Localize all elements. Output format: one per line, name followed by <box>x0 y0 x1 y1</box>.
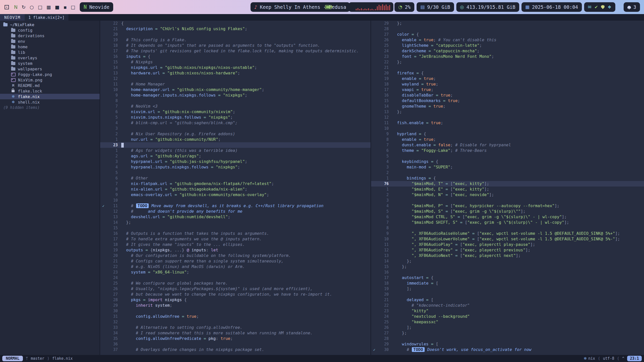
code-line[interactable]: 18 # It depends on "inputs" that are pas… <box>100 43 371 48</box>
code-line[interactable]: 15 }; <box>371 264 644 269</box>
code-line[interactable]: 26 ]; <box>371 325 644 330</box>
mail-icon[interactable]: ✉ <box>588 5 591 9</box>
code-line[interactable]: 9 hyprland = { <box>371 131 644 137</box>
code-line[interactable]: 10 <box>371 126 644 131</box>
code-line[interactable]: 14 }; <box>100 220 371 225</box>
launcher-icon[interactable]: ⊡ <box>4 3 10 11</box>
code-line[interactable]: 9 emacs-overlay.url = "github:nix-commun… <box>100 192 371 198</box>
code-line[interactable]: 3 main-mod = "SUPER"; <box>371 164 644 170</box>
code-line[interactable]: 30 <box>100 308 371 314</box>
code-line[interactable]: ✓11 # TODO Move away from devshell, as i… <box>100 203 371 209</box>
code-line[interactable]: 17 # To handle extra arguments we use th… <box>100 236 371 242</box>
workspace-icon[interactable]: ○ <box>30 4 34 10</box>
code-line[interactable]: 10 home-manager.url = "github:nix-commun… <box>100 87 371 93</box>
cpu-widget[interactable]: ◔2% <box>394 2 414 12</box>
workspace-icon[interactable]: □ <box>38 4 43 10</box>
code-line[interactable]: 23 system = "x86_64-linux"; <box>100 269 371 275</box>
tab-buffer-1[interactable]: 1 flake.nix[2+] <box>25 14 68 21</box>
code-line[interactable]: 4 # blink-cmp.url = "github:saghen/blink… <box>100 120 371 126</box>
tree-item-Foggy-Lake.png[interactable]: Foggy-Lake.png <box>0 72 100 77</box>
code-line[interactable]: 34 # I read somewhere that this is more … <box>100 330 371 336</box>
code-line[interactable]: 8 enable = true; <box>371 137 644 142</box>
code-line[interactable]: 9 ", XF86AudioRaiseVolume" = ["exec, wpc… <box>371 231 644 236</box>
tree-item-flake.nix[interactable]: ❄flake.nix <box>0 94 100 99</box>
tree-item-system[interactable]: system <box>0 61 100 66</box>
code-line[interactable]: 24 <box>100 275 371 281</box>
code-line[interactable]: 6 theme = "Foggy-Lake"; # Three-Bears <box>371 148 644 153</box>
tab-file-explorer[interactable]: NEOVIM <box>0 14 25 21</box>
code-line[interactable]: 25 # We configure our global packages he… <box>100 281 371 286</box>
code-line[interactable]: 14 }; <box>371 258 644 264</box>
code-line[interactable]: 5 <box>100 170 371 175</box>
code-line[interactable]: 3 <box>371 198 644 203</box>
code-line[interactable]: 16 <box>371 269 644 275</box>
code-line[interactable]: 25 "keepassxc" <box>371 319 644 325</box>
code-line[interactable]: 21 <box>371 65 644 70</box>
code-line[interactable]: 19 outputs = {nixpkgs, ...} @ inputs: le… <box>100 247 371 253</box>
workspace-icon[interactable]: ■ <box>55 4 59 10</box>
code-line[interactable]: 14 nixpkgs.url = "github:nixos/nixpkgs/n… <box>100 65 371 70</box>
code-line[interactable]: 16 # Outputs is a function that takes th… <box>100 231 371 236</box>
code-line[interactable]: 6 # Other <box>100 175 371 181</box>
code-line[interactable]: 22 # "kdeconnect-indicator" <box>371 303 644 308</box>
music-widget[interactable]: ♪ Keep Shelly In Athens - Medusa <box>251 2 350 12</box>
tree-item-lib[interactable]: lib <box>0 50 100 55</box>
tree-item-wallpapers[interactable]: wallpapers <box>0 66 100 72</box>
code-line[interactable]: 2 <box>371 170 644 175</box>
code-line[interactable]: 27 }; <box>371 330 644 336</box>
code-line[interactable]: 12 ", XF86AudioPrev" = ["exec, playerctl… <box>371 247 644 253</box>
code-line[interactable]: 15 defaultBookmarks = true; <box>371 98 644 104</box>
notifications-widget[interactable]: 3 <box>624 2 640 12</box>
code-line[interactable]: 2 # Nix User Repository (e.g. Firefox ad… <box>100 131 371 137</box>
tree-root[interactable]: ~/NixFlake <box>0 22 100 27</box>
code-line[interactable]: 13 devshell.url = "github:numtide/devshe… <box>100 214 371 220</box>
code-line[interactable]: 33 # Alternative to setting config.allow… <box>100 325 371 330</box>
code-line[interactable]: 16 disableTabBar = true; <box>371 93 644 98</box>
code-line[interactable]: 11 # Home Manager <box>100 81 371 87</box>
code-line[interactable]: 13 }; <box>371 109 644 115</box>
code-line[interactable]: 28 <box>371 26 644 32</box>
code-line[interactable]: 20 <box>371 292 644 297</box>
code-line[interactable]: 4 keybindings = { <box>371 159 644 164</box>
code-line[interactable]: 35 config.allowUnfreePredicate = pkg: tr… <box>100 336 371 341</box>
code-line[interactable]: 1 nur.url = "github:nix-community/NUR"; <box>100 137 371 142</box>
code-line[interactable]: 8 <box>100 98 371 104</box>
code-line[interactable]: 12 # and doesn't provide any benefits fo… <box>100 209 371 214</box>
code-line[interactable]: 12 <box>100 76 371 81</box>
code-line[interactable]: 21 description = "ChUrl's NixOS config u… <box>100 26 371 32</box>
code-line[interactable]: 17 vaapi = true; <box>371 87 644 93</box>
disk-widget[interactable]: ◎413.19/915.81 GiB <box>456 2 519 12</box>
code-line[interactable]: 18 # It gives the name "inputs" to the .… <box>100 242 371 247</box>
code-line[interactable]: 27 # but because we want to change the n… <box>100 292 371 297</box>
tree-item-flake.lock[interactable]: flake.lock <box>0 88 100 94</box>
code-line[interactable]: ✓30 # TODO Doesn't work, use focus_on_ac… <box>371 347 644 352</box>
code-line[interactable]: 17 # The inputs' git revisions get locke… <box>100 48 371 54</box>
code-line[interactable]: 22{ <box>100 21 371 26</box>
code-line[interactable]: 19 # This config is a Flake. <box>100 37 371 43</box>
code-line[interactable]: 4 "$mainMod, P" = ["exec, hyprpicker --a… <box>371 203 644 209</box>
code-line[interactable]: 21 delayed = [ <box>371 297 644 303</box>
workspace-icon[interactable]: N <box>14 4 18 10</box>
code-line[interactable]: 20 <box>100 32 371 37</box>
code-line[interactable]: 6 "$mainMod CTRL, S" = ["exec, grim -g \… <box>371 214 644 220</box>
code-line[interactable]: 20 firefox = { <box>371 70 644 76</box>
code-line[interactable]: 37 # Overlays define changes in the nixp… <box>100 347 371 352</box>
code-line[interactable]: 22 }; <box>371 59 644 65</box>
workspace-icon[interactable]: ▦ <box>46 4 51 10</box>
code-line[interactable]: 8 <box>371 225 644 231</box>
tree-item-env[interactable]: env <box>0 38 100 44</box>
code-line[interactable]: 3 hyprpanel.url = "github:jas-singhfsu/h… <box>100 159 371 164</box>
code-line[interactable]: 24 "nextcloud --background" <box>371 314 644 319</box>
workspace-icon[interactable]: ▪ <box>63 4 67 10</box>
code-line[interactable]: 31 config.allowUnfree = true; <box>100 314 371 319</box>
tree-item-NixVim.png[interactable]: NixVim.png <box>0 77 100 83</box>
workspace-icon[interactable]: ↻ <box>22 4 26 10</box>
code-line[interactable]: 19 enable = true; <box>371 76 644 81</box>
code-line[interactable]: 9 home-manager.inputs.nixpkgs.follows = … <box>100 93 371 98</box>
code-line[interactable]: 1 bindings = { <box>371 175 644 181</box>
code-line[interactable]: 2 ags.url = "github:Aylur/ags"; <box>100 153 371 159</box>
code-line[interactable]: 11 ", XF86AudioPlay" = ["exec, playerctl… <box>371 242 644 247</box>
sync-check-icon[interactable]: ✔ <box>594 5 598 9</box>
code-line[interactable]: 5 <box>371 153 644 159</box>
code-line[interactable]: 18 wayland = true; <box>371 81 644 87</box>
